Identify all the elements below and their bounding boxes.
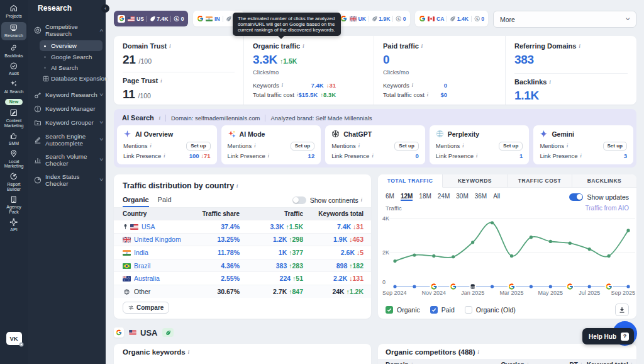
tab-total-traffic[interactable]: TOTAL TRAFFIC xyxy=(378,174,443,188)
rail-item-backlinks[interactable]: Backlinks xyxy=(1,43,26,58)
info-icon[interactable]: i xyxy=(254,143,255,149)
sidebar-item-keyword-manager[interactable]: Keyword Manager xyxy=(28,102,106,116)
keywords-cell: 1.9K ↓463 xyxy=(303,233,371,246)
compare-button[interactable]: Compare xyxy=(123,302,169,314)
country-link[interactable]: Brazil xyxy=(134,262,150,270)
tab-organic[interactable]: Organic xyxy=(123,196,149,207)
info-icon[interactable]: i xyxy=(462,143,464,149)
rail-item-api[interactable]: API xyxy=(1,218,26,232)
column-traffic-share[interactable]: Traffic share xyxy=(189,208,240,220)
range-12m[interactable]: 12M xyxy=(401,193,413,201)
range-30m[interactable]: 30M xyxy=(456,193,468,201)
info-icon[interactable]: i xyxy=(282,82,283,88)
chip-google-uk[interactable]: UK 1.9K 0 xyxy=(336,11,409,26)
traffic-from-aio-link[interactable]: Traffic from AIO xyxy=(586,205,629,212)
info-icon[interactable]: i xyxy=(303,43,304,49)
info-icon[interactable]: i xyxy=(580,153,582,159)
info-icon[interactable]: i xyxy=(358,143,360,149)
traffic-cell: 3.3K ↑1.5K xyxy=(240,220,303,234)
user-avatar[interactable]: VK xyxy=(6,332,22,345)
legend-organic-old[interactable]: Organic (Old) xyxy=(465,306,516,314)
sidebar-item-search-engine-autocomplete[interactable]: Search Engine Autocomplete ˅ xyxy=(28,130,106,150)
rail-item-smm[interactable]: SMM xyxy=(1,132,26,146)
info-icon[interactable]: i xyxy=(268,153,269,159)
rail-item-ai-search[interactable]: AI Search xyxy=(1,79,26,94)
range-all[interactable]: All xyxy=(493,193,500,201)
column-overlap[interactable]: Overlapi xyxy=(475,361,528,364)
column-country[interactable]: Country xyxy=(114,208,189,220)
us-flag-icon xyxy=(130,224,138,230)
tab-backlinks[interactable]: BACKLINKS xyxy=(572,174,636,187)
info-icon[interactable]: i xyxy=(169,43,170,49)
column-keyword-total[interactable]: Keyword totali xyxy=(582,361,632,364)
show-continents-toggle[interactable] xyxy=(292,196,306,204)
info-icon[interactable]: i xyxy=(579,43,580,49)
sidebar-item-ai-search[interactable]: AI Search xyxy=(28,62,106,73)
info-icon[interactable]: i xyxy=(361,197,362,203)
sidebar-item-google-search[interactable]: Google Search xyxy=(28,51,106,62)
info-icon[interactable]: i xyxy=(421,43,423,49)
country-link[interactable]: India xyxy=(134,249,148,256)
chip-google-us[interactable]: US 7.4K 0 xyxy=(114,11,188,26)
setup-button[interactable]: Set up xyxy=(186,142,210,151)
range-18m[interactable]: 18M xyxy=(419,193,431,201)
info-icon[interactable]: i xyxy=(567,143,568,149)
setup-button[interactable]: Set up xyxy=(603,142,627,151)
info-icon[interactable]: i xyxy=(412,82,413,88)
rail-item-research[interactable]: Research xyxy=(1,22,26,40)
sidebar-item-index-status-checker[interactable]: Index Status Checker ˅ xyxy=(28,170,106,190)
info-icon[interactable]: i xyxy=(160,78,162,84)
column-traffic[interactable]: Traffic xyxy=(240,208,303,220)
info-icon[interactable]: i xyxy=(549,79,550,85)
ai-search-title: AI Search xyxy=(122,114,154,122)
help-hub-button[interactable]: Help Hub ? xyxy=(582,328,634,344)
info-icon[interactable]: i xyxy=(164,153,165,159)
rail-item-report-builder[interactable]: Report Builder xyxy=(1,172,26,191)
rail-item-content-marketing[interactable]: Content Marketing xyxy=(1,108,26,128)
rail-item-projects[interactable]: Projects xyxy=(1,4,26,18)
info-icon[interactable]: i xyxy=(236,183,238,189)
sidebar-item-database-expansion[interactable]: Database Expansion xyxy=(28,73,106,84)
pin-icon[interactable] xyxy=(123,224,128,230)
tab-keywords[interactable]: KEYWORDS xyxy=(443,174,508,187)
range-36m[interactable]: 36M xyxy=(475,193,487,201)
legend-organic[interactable]: Organic xyxy=(386,306,420,314)
country-link[interactable]: United Kingdom xyxy=(134,236,181,243)
info-icon[interactable]: i xyxy=(150,143,152,149)
download-button[interactable] xyxy=(615,304,629,316)
sidebar-collapse-button[interactable]: ‹ xyxy=(101,4,109,13)
country-link[interactable]: USA xyxy=(142,223,155,230)
sidebar-item-competitive-research[interactable]: Competitive Research ˄ xyxy=(28,20,106,40)
info-icon[interactable]: i xyxy=(188,350,189,355)
setup-button[interactable]: Set up xyxy=(499,142,523,151)
range-6m[interactable]: 6M xyxy=(386,193,394,201)
show-updates-toggle[interactable] xyxy=(569,193,583,201)
audit-icon xyxy=(9,62,18,71)
info-icon[interactable]: i xyxy=(427,92,428,98)
chart-canvas[interactable]: 02K4KSep 2024Nov 2024Jan 2025Mar 2025May… xyxy=(378,212,636,297)
tab-traffic-cost[interactable]: TRAFFIC COST xyxy=(508,174,572,187)
sidebar-item-keyword-grouper[interactable]: Keyword Grouper ˅ xyxy=(28,116,106,130)
info-icon[interactable]: i xyxy=(478,350,479,355)
country-link[interactable]: Australia xyxy=(134,275,160,282)
column-dt[interactable]: DTi xyxy=(528,361,582,364)
sidebar-item-search-volume-checker[interactable]: Search Volume Checker ˅ xyxy=(28,150,106,170)
setup-button[interactable]: Set up xyxy=(291,142,314,151)
range-24m[interactable]: 24M xyxy=(438,193,450,201)
sidebar-item-keyword-research[interactable]: Keyword Research ˅ xyxy=(28,88,106,102)
chip-google-ca[interactable]: CA 1.4K 0 xyxy=(415,11,488,26)
rail-item-audit[interactable]: Audit xyxy=(1,62,26,76)
info-icon[interactable]: i xyxy=(372,153,373,159)
paid-cost-row: Total traffic costi $0 xyxy=(383,91,496,98)
more-dropdown[interactable]: More ˅ xyxy=(493,11,636,28)
setup-button[interactable]: Set up xyxy=(394,142,418,151)
column-domain[interactable]: Domaini xyxy=(386,361,475,364)
rail-item-local-marketing[interactable]: Local Marketing xyxy=(1,149,26,169)
rail-item-agency-pack[interactable]: Agency Pack xyxy=(1,195,26,215)
legend-paid[interactable]: Paid xyxy=(430,306,455,314)
info-icon[interactable]: i xyxy=(159,115,160,121)
column-keywords-total[interactable]: Keywords total xyxy=(303,208,371,220)
tab-paid[interactable]: Paid xyxy=(158,196,172,207)
sidebar-item-overview[interactable]: Overview xyxy=(40,40,103,51)
info-icon[interactable]: i xyxy=(476,153,477,159)
